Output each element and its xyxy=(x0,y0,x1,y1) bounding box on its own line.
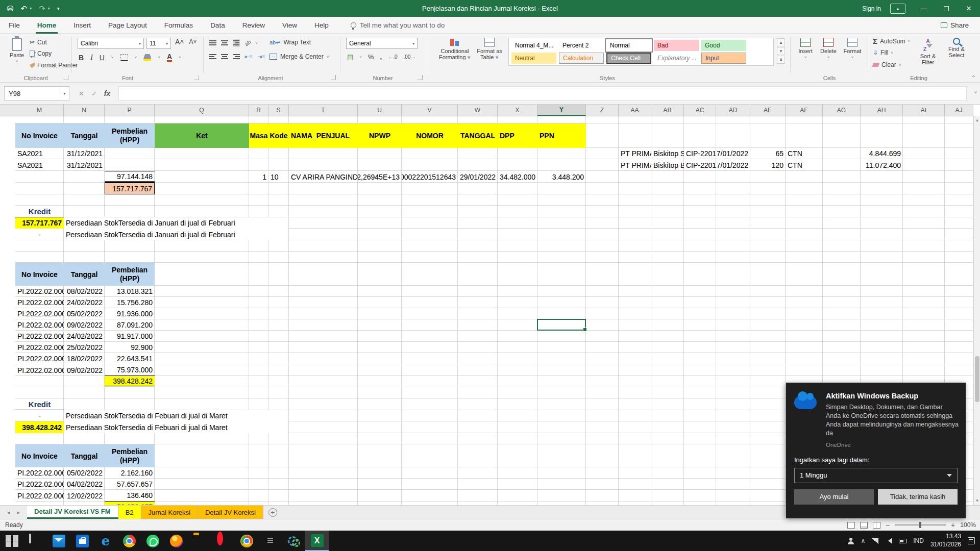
taskbar-icon-excel[interactable]: X xyxy=(305,531,329,551)
align-center-icon[interactable] xyxy=(221,53,228,60)
new-sheet-button[interactable]: + xyxy=(268,508,277,517)
fill-button[interactable]: ⇓Fill˅ xyxy=(873,49,893,56)
autosum-button[interactable]: ΣAutoSum˅ xyxy=(873,37,910,45)
tab-data[interactable]: Data xyxy=(202,17,234,34)
clipboard-dialog-launcher-icon[interactable] xyxy=(63,75,68,80)
undo-dropdown-icon[interactable]: ▾ xyxy=(30,6,32,11)
cell-M2[interactable]: No Invoice xyxy=(15,123,64,148)
cell-Y2[interactable]: PPN xyxy=(537,123,586,148)
cell-N111[interactable]: 04/02/2022 xyxy=(64,479,105,490)
taskbar-icon-chrome[interactable] xyxy=(117,531,141,551)
cell-M112[interactable]: PI.2022.02.00010 xyxy=(15,490,64,502)
cell-M95[interactable]: PI.2022.02.00007 xyxy=(15,286,64,297)
cell-N95[interactable]: 08/02/2022 xyxy=(64,286,105,297)
percent-icon[interactable]: % xyxy=(368,53,374,61)
format-painter-button[interactable]: Format Painter xyxy=(30,62,78,69)
cell-X2[interactable]: DPP xyxy=(498,123,537,148)
cell-P99[interactable]: 91.917.000 xyxy=(105,331,155,342)
column-header-Y[interactable]: Y xyxy=(537,105,586,116)
bold-button[interactable]: B xyxy=(79,54,84,62)
tab-review[interactable]: Review xyxy=(234,17,274,34)
taskbar-icon-whatsapp[interactable] xyxy=(141,531,164,551)
cell-P110[interactable]: 2.162.160 xyxy=(105,467,155,479)
orientation-icon[interactable]: ab xyxy=(243,38,252,47)
cell-M97[interactable]: PI.2022.02.00057 xyxy=(15,308,64,319)
copy-button[interactable]: Copy xyxy=(30,50,52,57)
volume-icon[interactable] xyxy=(885,538,892,544)
column-header-Q[interactable]: Q xyxy=(155,105,249,116)
cell-AE84[interactable]: 65 xyxy=(750,148,786,159)
increase-decimal-icon[interactable]: ←.0 xyxy=(388,54,397,60)
taskbar-icon-gears[interactable] xyxy=(282,531,305,551)
cell-T86[interactable]: CV ARIRA PANGINDO xyxy=(289,171,358,183)
taskbar-icon-store[interactable] xyxy=(70,531,94,551)
cell-P98[interactable]: 87.091.200 xyxy=(105,319,155,331)
vertical-scrollbar[interactable]: ▲ ▼ xyxy=(973,116,980,505)
find-select-button[interactable]: Find & Select xyxy=(943,38,970,58)
cell-P86[interactable]: 97.144.148 xyxy=(105,171,155,183)
format-as-table-button[interactable]: Format as Table ˅ xyxy=(474,38,505,60)
font-color-icon[interactable]: A xyxy=(167,53,172,62)
taskbar-icon-mail[interactable] xyxy=(47,531,70,551)
cell-T2[interactable]: NAMA_PENJUAL xyxy=(289,123,358,148)
cut-button[interactable]: ✂Cut xyxy=(30,39,47,46)
battery-icon[interactable] xyxy=(899,539,906,543)
gallery-scroll-buttons[interactable]: ▲▼⇟ xyxy=(777,38,785,64)
share-button[interactable]: Share xyxy=(941,21,969,29)
dismiss-button[interactable]: Tidak, terima kasih xyxy=(878,489,958,505)
tell-me-box[interactable]: Tell me what you want to do xyxy=(351,21,445,29)
redo-icon[interactable]: ↷ xyxy=(39,4,45,13)
wrap-text-button[interactable]: ab↩Wrap Text xyxy=(270,39,311,46)
cell-U86[interactable]: 2,26945E+13 xyxy=(358,171,402,183)
action-center-icon[interactable] xyxy=(968,537,975,544)
column-header-N[interactable]: N xyxy=(64,105,105,116)
cell-AD84[interactable]: 17/01/2022 xyxy=(716,148,750,159)
column-header-Z[interactable]: Z xyxy=(586,105,619,116)
cell-P94[interactable]: Pembelian (HPP) xyxy=(105,263,155,286)
cell-P97[interactable]: 91.936.000 xyxy=(105,308,155,319)
cell-R2[interactable]: Masa xyxy=(249,123,268,148)
column-header-S[interactable]: S xyxy=(268,105,289,116)
zoom-slider-handle[interactable] xyxy=(919,522,921,528)
cell-M107[interactable]: 398.428.242 xyxy=(15,421,64,433)
cell-style-good[interactable]: Good xyxy=(701,40,746,51)
cell-N99[interactable]: 24/02/2022 xyxy=(64,331,105,342)
insert-cells-button[interactable]: Insert˅ xyxy=(795,38,816,60)
column-header-AG[interactable]: AG xyxy=(823,105,861,116)
cell-N90[interactable]: Persediaan StokTersedia di Januari di ju… xyxy=(64,217,288,229)
expand-formula-bar-icon[interactable]: ˅ xyxy=(974,90,977,95)
cell-P87[interactable]: 157.717.767 xyxy=(105,183,155,194)
cell-N97[interactable]: 05/02/2022 xyxy=(64,308,105,319)
cell-P111[interactable]: 57.657.657 xyxy=(105,479,155,490)
redo-dropdown-icon[interactable]: ▾ xyxy=(48,6,50,11)
column-header-AF[interactable]: AF xyxy=(786,105,823,116)
cell-N91[interactable]: Persediaan StokTersedia di Januari di ju… xyxy=(64,229,288,240)
taskbar-icon-notes[interactable] xyxy=(258,531,282,551)
cell-M109[interactable]: No Invoice xyxy=(15,444,64,467)
column-header-W[interactable]: W xyxy=(458,105,498,116)
cell-M102[interactable]: PI.2022.02.00010 xyxy=(15,364,64,376)
column-header-AH[interactable]: AH xyxy=(861,105,903,116)
column-header-R[interactable]: R xyxy=(249,105,268,116)
cell-AH85[interactable]: 11.072.400 xyxy=(861,159,903,171)
taskbar-icon-taskview[interactable] xyxy=(23,531,47,551)
cell-AF85[interactable]: CTN xyxy=(786,159,823,171)
column-header-X[interactable]: X xyxy=(498,105,537,116)
taskbar-icon-firefox[interactable] xyxy=(164,531,188,551)
network-icon[interactable] xyxy=(872,538,878,544)
cell-style-check-cell[interactable]: Check Cell xyxy=(606,53,651,64)
sheet-tab-detail-jv-koreksi[interactable]: Detail JV Koreksi xyxy=(198,506,263,519)
scroll-down-icon[interactable]: ▼ xyxy=(974,497,980,505)
cell-P96[interactable]: 15.756.280 xyxy=(105,297,155,308)
cell-N112[interactable]: 12/02/2022 xyxy=(64,490,105,502)
underline-button[interactable]: U xyxy=(100,54,105,62)
cell-AA84[interactable]: PT PRIMA xyxy=(619,148,651,159)
paste-button[interactable]: Paste˅ xyxy=(5,38,29,64)
cell-M90[interactable]: 157.717.767 xyxy=(15,217,64,229)
get-started-button[interactable]: Ayo mulai xyxy=(794,489,874,505)
language-indicator[interactable]: IND xyxy=(913,537,924,544)
cell-style-calculation[interactable]: Calculation xyxy=(559,53,604,64)
comma-style-icon[interactable]: , xyxy=(380,53,382,61)
cell-M98[interactable]: PI.2022.02.00008 xyxy=(15,319,64,331)
zoom-in-icon[interactable]: + xyxy=(951,521,955,529)
